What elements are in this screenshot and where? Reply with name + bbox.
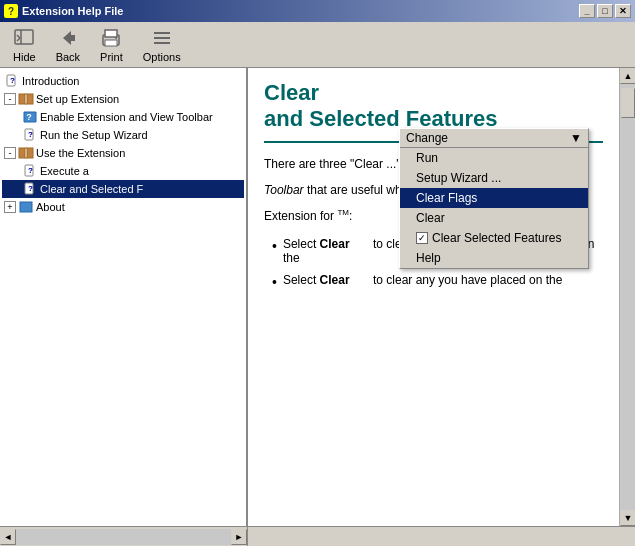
titlebar: ? Extension Help File _ □ ✕ bbox=[0, 0, 635, 22]
book-closed-icon bbox=[18, 199, 34, 215]
svg-rect-15 bbox=[19, 94, 25, 104]
ext-for-text: Extension for bbox=[264, 209, 334, 223]
svg-text:?: ? bbox=[26, 112, 32, 122]
up-arrow-icon: ▲ bbox=[624, 71, 633, 81]
intro-label: Introduction bbox=[22, 75, 79, 87]
down-arrow-icon: ▼ bbox=[624, 513, 633, 523]
title-line1: Clear bbox=[264, 80, 319, 105]
tree-item-about[interactable]: + About bbox=[2, 198, 244, 216]
svg-rect-12 bbox=[154, 42, 170, 44]
scroll-up-button[interactable]: ▲ bbox=[620, 68, 635, 84]
back-icon bbox=[57, 27, 79, 49]
book-open-icon bbox=[18, 91, 34, 107]
about-expander[interactable]: + bbox=[4, 201, 16, 213]
clear-selected-label: Clear Selected Features bbox=[432, 231, 561, 245]
dropdown-item-run[interactable]: Run bbox=[400, 148, 588, 168]
options-label: Options bbox=[143, 51, 181, 63]
runwizard-label: Run the Setup Wizard bbox=[40, 129, 148, 141]
print-label: Print bbox=[100, 51, 123, 63]
svg-rect-23 bbox=[19, 148, 25, 158]
bullet-dot-1: • bbox=[272, 237, 277, 255]
dropdown-item-setup-wizard[interactable]: Setup Wizard ... bbox=[400, 168, 588, 188]
svg-text:?: ? bbox=[28, 166, 33, 175]
hide-label: Hide bbox=[13, 51, 36, 63]
scroll-left-button[interactable]: ◄ bbox=[0, 529, 16, 545]
page-icon-4: ? bbox=[22, 181, 38, 197]
svg-rect-11 bbox=[154, 37, 170, 39]
close-button[interactable]: ✕ bbox=[615, 4, 631, 18]
scroll-down-button[interactable]: ▼ bbox=[620, 510, 635, 526]
hide-button[interactable]: Hide bbox=[4, 24, 45, 66]
tree-item-clear[interactable]: ? Clear and Selected F bbox=[2, 180, 244, 198]
clear-label-dd: Clear bbox=[416, 211, 445, 225]
dropdown-item-clear-selected[interactable]: ✓ Clear Selected Features bbox=[400, 228, 588, 248]
tree-item-introduction[interactable]: ? Introduction bbox=[2, 72, 244, 90]
app-icon: ? bbox=[4, 4, 18, 18]
scroll-thumb[interactable] bbox=[621, 88, 635, 118]
dropdown-menu: Change ▼ Run Setup Wizard ... Clear Flag… bbox=[399, 128, 589, 269]
checkbox-icon: ✓ bbox=[416, 232, 428, 244]
setup-wizard-label: Setup Wizard ... bbox=[416, 171, 501, 185]
dropdown-item-clear-flags[interactable]: Clear Flags bbox=[400, 188, 588, 208]
dropdown-header[interactable]: Change ▼ bbox=[400, 129, 588, 148]
vertical-scrollbar: ▲ ▼ bbox=[619, 68, 635, 526]
svg-point-9 bbox=[115, 37, 117, 39]
tree-item-runwizard[interactable]: ? Run the Setup Wizard bbox=[2, 126, 244, 144]
tree-item-enable[interactable]: ? Enable Extension and View Toolbar bbox=[2, 108, 244, 126]
clear-bold-2: Clear bbox=[320, 273, 350, 287]
svg-rect-10 bbox=[154, 32, 170, 34]
svg-marker-4 bbox=[63, 31, 71, 45]
minimize-button[interactable]: _ bbox=[579, 4, 595, 18]
about-label: About bbox=[36, 201, 65, 213]
svg-text:?: ? bbox=[28, 130, 33, 139]
tree-item-setup[interactable]: - Set up Extension bbox=[2, 90, 244, 108]
toolbar: Hide Back Print O bbox=[0, 22, 635, 68]
useext-expander[interactable]: - bbox=[4, 147, 16, 159]
book-open-icon-2 bbox=[18, 145, 34, 161]
svg-rect-31 bbox=[20, 202, 32, 212]
scroll-right-button[interactable]: ► bbox=[231, 529, 247, 545]
topic-icon: ? bbox=[22, 109, 38, 125]
svg-rect-5 bbox=[70, 35, 75, 41]
svg-text:?: ? bbox=[10, 76, 15, 85]
tree-panel: ? Introduction - Set up Extension ? Enab… bbox=[0, 68, 248, 526]
clear-flags-label: Clear Flags bbox=[416, 191, 477, 205]
hide-icon bbox=[13, 27, 35, 49]
scroll-track[interactable] bbox=[620, 84, 635, 510]
svg-rect-7 bbox=[105, 30, 117, 37]
svg-rect-24 bbox=[27, 148, 33, 158]
svg-rect-8 bbox=[105, 40, 117, 46]
svg-text:?: ? bbox=[28, 184, 33, 193]
right-status bbox=[248, 527, 635, 546]
left-arrow-icon: ◄ bbox=[4, 532, 13, 542]
toolbar-text: Toolbar bbox=[264, 183, 304, 197]
clear-bold-1: Clear bbox=[320, 237, 350, 251]
titlebar-left: ? Extension Help File bbox=[4, 4, 123, 18]
maximize-button[interactable]: □ bbox=[597, 4, 613, 18]
titlebar-buttons: _ □ ✕ bbox=[579, 4, 631, 18]
back-button[interactable]: Back bbox=[47, 24, 89, 66]
help-label: Help bbox=[416, 251, 441, 265]
tree-item-useext[interactable]: - Use the Extension bbox=[2, 144, 244, 162]
enable-label: Enable Extension and View Toolbar bbox=[40, 111, 213, 123]
bottom-bar: ◄ ► bbox=[0, 526, 635, 546]
tree-item-execute[interactable]: ? Execute a bbox=[2, 162, 244, 180]
print-button[interactable]: Print bbox=[91, 24, 132, 66]
useext-label: Use the Extension bbox=[36, 147, 125, 159]
run-label: Run bbox=[416, 151, 438, 165]
svg-line-3 bbox=[17, 38, 20, 41]
dropdown-item-help[interactable]: Help bbox=[400, 248, 588, 268]
content-panel: Clear and Selected Features There are th… bbox=[248, 68, 619, 526]
setup-expander[interactable]: - bbox=[4, 93, 16, 105]
svg-rect-16 bbox=[27, 94, 33, 104]
dropdown-header-label: Change bbox=[406, 131, 448, 145]
left-hscroll: ◄ ► bbox=[0, 527, 248, 546]
bullet-dot-2: • bbox=[272, 273, 277, 291]
page-icon: ? bbox=[4, 73, 20, 89]
options-button[interactable]: Options bbox=[134, 24, 190, 66]
dropdown-item-clear[interactable]: Clear bbox=[400, 208, 588, 228]
right-arrow-icon: ► bbox=[235, 532, 244, 542]
hscroll-track[interactable] bbox=[16, 529, 231, 545]
tm-super: TM bbox=[337, 208, 349, 217]
setup-label: Set up Extension bbox=[36, 93, 119, 105]
